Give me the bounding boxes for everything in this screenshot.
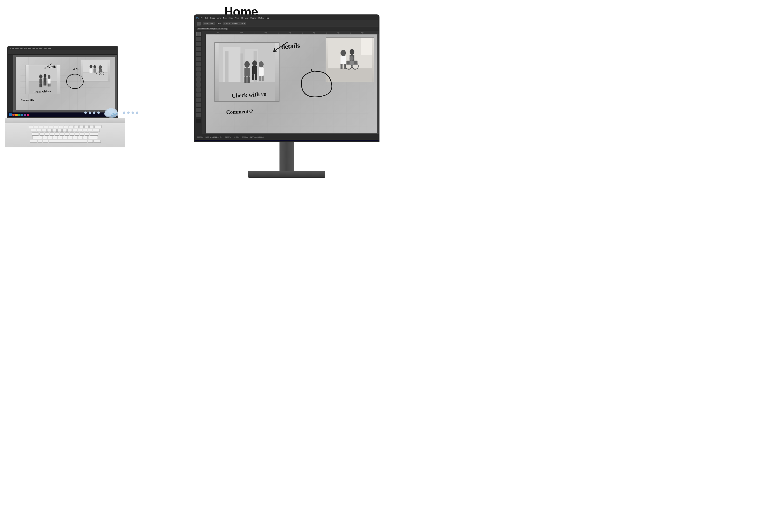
key [79, 125, 84, 128]
cloud-connector [84, 106, 138, 119]
key [39, 125, 43, 128]
tool-gradient[interactable] [196, 82, 201, 87]
tool-foreground[interactable] [196, 119, 201, 123]
key [63, 136, 67, 139]
tool-text[interactable] [196, 98, 201, 102]
taskbar-windows-icon [196, 141, 199, 142]
tool-shape[interactable] [196, 108, 201, 112]
monitor-base [248, 171, 325, 178]
taskbar-app2 [211, 141, 214, 142]
key [37, 129, 41, 132]
tool-select[interactable] [196, 37, 201, 41]
monitor-ps-menubar: Ps File Edit Image Layer Type Select Fil… [195, 15, 378, 20]
monitor-ps-toolbar: ✓ Auto-Select Layer ✓ Show Transform Con… [195, 20, 378, 27]
tool-brush[interactable] [196, 67, 201, 72]
key [65, 132, 69, 135]
svg-rect-21 [39, 79, 42, 84]
key-shift-right [88, 136, 98, 139]
laptop-ps-content: details Check with ro Comments? cf 2A [8, 55, 117, 112]
key [69, 125, 73, 128]
monitor-menu-image: Image [210, 17, 215, 19]
key-space [49, 140, 87, 143]
key [45, 132, 49, 135]
key [39, 132, 44, 135]
key [53, 136, 57, 139]
key [54, 125, 58, 128]
monitor-menu-edit: Edit [205, 17, 208, 19]
dot-8 [136, 112, 138, 114]
tool-stamp[interactable] [196, 72, 201, 77]
taskbar-misc [243, 141, 246, 142]
key [52, 129, 57, 132]
tool-path[interactable] [196, 103, 201, 107]
laptop-ps-menu-help: Help [48, 47, 51, 49]
key-caps [32, 132, 39, 135]
laptop-ps-menubar: File Edit Image Layer Type Select Filter… [8, 46, 117, 50]
laptop-photo-inset2 [80, 60, 110, 81]
laptop-ps-menu-select: Select [28, 47, 31, 49]
monitor-frame: Ps File Edit Image Layer Type Select Fil… [194, 14, 379, 142]
tool-lasso[interactable] [196, 42, 201, 46]
monitor-ps-logo: Ps [196, 17, 199, 19]
keyboard-row-space [10, 140, 120, 143]
key [68, 136, 72, 139]
dot-6 [127, 112, 130, 114]
laptop-ps-menu-image: Image [15, 47, 19, 49]
taskbar-ae [236, 141, 239, 142]
page-scene: Office Home File Edit Image Layer Type S… [0, 0, 385, 266]
laptop-ps-menu-3d: 3D [36, 47, 38, 49]
tool-pen[interactable] [196, 92, 201, 97]
laptop-ps-canvas: details Check with ro Comments? cf 2A [13, 55, 117, 112]
tool-healing[interactable] [196, 62, 201, 66]
svg-point-96 [341, 50, 346, 56]
svg-rect-40 [89, 68, 92, 73]
svg-rect-77 [225, 51, 228, 82]
tool-zoom[interactable] [196, 113, 201, 117]
svg-rect-30 [48, 84, 49, 87]
tool-magic[interactable] [196, 47, 201, 51]
tool-dodge[interactable] [196, 87, 201, 92]
key [48, 136, 52, 139]
svg-point-28 [48, 75, 51, 79]
key-ctrl-right [93, 140, 101, 143]
key [70, 132, 74, 135]
key-backspace [94, 125, 102, 128]
monitor-menu-layer: Layer [217, 17, 221, 19]
tool-crop[interactable] [196, 52, 201, 56]
svg-rect-86 [252, 74, 254, 80]
monitor-menu-plugins: Plugins [250, 17, 256, 19]
laptop-arrow-details [43, 62, 53, 70]
laptop-ps-menu-layer: Layer [20, 47, 23, 49]
taskbar-ps: Ps [229, 141, 232, 142]
key [57, 129, 62, 132]
keyboard-row-3 [10, 132, 120, 135]
monitor-doc-tab: Onscreen SM_.psd @ 33.1% (RGB/8) [195, 27, 378, 31]
svg-text:3500: 3500 [361, 32, 363, 33]
svg-rect-87 [255, 74, 257, 80]
svg-rect-90 [259, 76, 261, 81]
laptop-ps-menu-filter: Filter [33, 47, 35, 49]
key-tab [31, 129, 36, 132]
laptop-taskbar-start [9, 113, 12, 116]
laptop-taskbar-icon3 [18, 114, 20, 116]
svg-rect-95 [361, 38, 372, 55]
taskbar-app3 [214, 141, 217, 142]
tool-eraser[interactable] [196, 77, 201, 82]
laptop-ps-menu-window: Window [43, 47, 47, 49]
key-fn [38, 140, 42, 143]
dot-1 [84, 112, 87, 114]
svg-text:1500: 1500 [264, 32, 267, 33]
key [58, 136, 62, 139]
toolbar-layer-label: Layer [217, 23, 221, 24]
svg-point-49 [113, 117, 115, 118]
taskbar-app1 [207, 141, 210, 142]
key [64, 125, 68, 128]
monitor-taskbar: Ps [195, 140, 378, 142]
tool-eyedropper[interactable] [196, 57, 201, 61]
monitor-arrow-details [271, 39, 290, 54]
key [72, 129, 77, 132]
tool-move[interactable] [196, 32, 201, 36]
svg-text:1000: 1000 [240, 32, 243, 33]
svg-text:500: 500 [217, 32, 219, 33]
key-shift-left [32, 136, 42, 139]
